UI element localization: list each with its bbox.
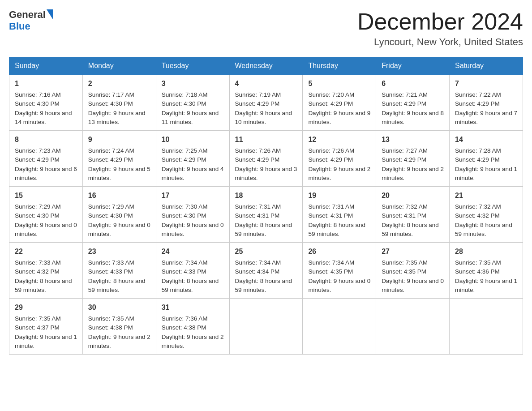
table-row: 17Sunrise: 7:30 AMSunset: 4:30 PMDayligh… [156,187,229,243]
sunset-text: Sunset: 4:30 PM [162,211,224,220]
daylight-text: Daylight: 8 hours and 59 minutes. [235,221,297,239]
table-row: 12Sunrise: 7:26 AMSunset: 4:29 PMDayligh… [303,131,376,187]
calendar-week-4: 22Sunrise: 7:33 AMSunset: 4:32 PMDayligh… [9,243,523,299]
day-number: 29 [15,302,77,313]
day-number: 26 [308,246,370,257]
table-row: 11Sunrise: 7:26 AMSunset: 4:29 PMDayligh… [229,131,303,187]
table-row: 27Sunrise: 7:35 AMSunset: 4:35 PMDayligh… [376,243,450,299]
daylight-text: Daylight: 9 hours and 6 minutes. [15,165,77,183]
day-number: 21 [455,190,517,201]
table-row: 18Sunrise: 7:31 AMSunset: 4:31 PMDayligh… [229,187,303,243]
sunset-text: Sunset: 4:29 PM [88,155,150,164]
sunset-text: Sunset: 4:38 PM [162,323,224,332]
day-of-week-thursday: Thursday [303,57,376,75]
sunset-text: Sunset: 4:30 PM [88,99,150,108]
table-row: 10Sunrise: 7:25 AMSunset: 4:29 PMDayligh… [156,131,229,187]
sunset-text: Sunset: 4:30 PM [15,211,77,220]
day-number: 9 [88,134,150,145]
table-row: 13Sunrise: 7:27 AMSunset: 4:29 PMDayligh… [376,131,450,187]
day-number: 1 [15,78,77,89]
daylight-text: Daylight: 9 hours and 14 minutes. [15,109,77,127]
sunrise-text: Sunrise: 7:21 AM [382,90,444,99]
sunrise-text: Sunrise: 7:35 AM [455,258,517,267]
table-row [303,299,376,355]
sunrise-text: Sunrise: 7:29 AM [15,202,77,211]
sunrise-text: Sunrise: 7:22 AM [455,90,517,99]
sunset-text: Sunset: 4:38 PM [88,323,150,332]
sunrise-text: Sunrise: 7:34 AM [235,258,297,267]
days-of-week-row: SundayMondayTuesdayWednesdayThursdayFrid… [9,57,523,75]
day-number: 27 [382,246,444,257]
sunrise-text: Sunrise: 7:26 AM [235,146,297,155]
sunrise-text: Sunrise: 7:34 AM [308,258,370,267]
sunset-text: Sunset: 4:29 PM [308,155,370,164]
daylight-text: Daylight: 9 hours and 0 minutes. [162,221,224,239]
day-number: 11 [235,134,297,145]
table-row: 25Sunrise: 7:34 AMSunset: 4:34 PMDayligh… [229,243,303,299]
day-number: 6 [382,78,444,89]
daylight-text: Daylight: 9 hours and 13 minutes. [88,109,150,127]
day-number: 10 [162,134,224,145]
sunrise-text: Sunrise: 7:31 AM [308,202,370,211]
sunset-text: Sunset: 4:30 PM [15,99,77,108]
sunset-text: Sunset: 4:34 PM [235,267,297,276]
sunrise-text: Sunrise: 7:17 AM [88,90,150,99]
daylight-text: Daylight: 9 hours and 3 minutes. [235,165,297,183]
sunset-text: Sunset: 4:29 PM [382,155,444,164]
table-row: 3Sunrise: 7:18 AMSunset: 4:30 PMDaylight… [156,75,229,131]
table-row: 8Sunrise: 7:23 AMSunset: 4:29 PMDaylight… [9,131,83,187]
day-of-week-monday: Monday [82,57,156,75]
logo: General Blue [9,9,53,32]
logo-triangle-icon [47,9,53,19]
daylight-text: Daylight: 9 hours and 0 minutes. [88,221,150,239]
day-number: 19 [308,190,370,201]
sunrise-text: Sunrise: 7:27 AM [382,146,444,155]
day-number: 25 [235,246,297,257]
sunrise-text: Sunrise: 7:26 AM [308,146,370,155]
daylight-text: Daylight: 8 hours and 59 minutes. [455,221,517,239]
table-row: 21Sunrise: 7:32 AMSunset: 4:32 PMDayligh… [450,187,523,243]
table-row: 14Sunrise: 7:28 AMSunset: 4:29 PMDayligh… [450,131,523,187]
sunset-text: Sunset: 4:29 PM [455,99,517,108]
sunrise-text: Sunrise: 7:20 AM [308,90,370,99]
daylight-text: Daylight: 9 hours and 2 minutes. [88,333,150,351]
daylight-text: Daylight: 9 hours and 1 minute. [455,277,517,295]
sunset-text: Sunset: 4:29 PM [15,155,77,164]
sunset-text: Sunset: 4:31 PM [235,211,297,220]
sunrise-text: Sunrise: 7:23 AM [15,146,77,155]
table-row: 24Sunrise: 7:34 AMSunset: 4:33 PMDayligh… [156,243,229,299]
table-row: 23Sunrise: 7:33 AMSunset: 4:33 PMDayligh… [82,243,156,299]
sunset-text: Sunset: 4:30 PM [162,99,224,108]
sunset-text: Sunset: 4:32 PM [15,267,77,276]
table-row: 1Sunrise: 7:16 AMSunset: 4:30 PMDaylight… [9,75,83,131]
table-row: 30Sunrise: 7:35 AMSunset: 4:38 PMDayligh… [82,299,156,355]
day-of-week-sunday: Sunday [9,57,83,75]
daylight-text: Daylight: 9 hours and 1 minute. [455,165,517,183]
sunset-text: Sunset: 4:29 PM [235,99,297,108]
daylight-text: Daylight: 9 hours and 2 minutes. [308,165,370,183]
sunset-text: Sunset: 4:30 PM [88,211,150,220]
day-number: 13 [382,134,444,145]
table-row: 15Sunrise: 7:29 AMSunset: 4:30 PMDayligh… [9,187,83,243]
day-number: 5 [308,78,370,89]
sunset-text: Sunset: 4:33 PM [88,267,150,276]
table-row: 4Sunrise: 7:19 AMSunset: 4:29 PMDaylight… [229,75,303,131]
day-number: 22 [15,246,77,257]
day-number: 31 [162,302,224,313]
calendar-week-5: 29Sunrise: 7:35 AMSunset: 4:37 PMDayligh… [9,299,523,355]
sunset-text: Sunset: 4:29 PM [235,155,297,164]
sunset-text: Sunset: 4:36 PM [455,267,517,276]
sunrise-text: Sunrise: 7:16 AM [15,90,77,99]
sunset-text: Sunset: 4:32 PM [455,211,517,220]
daylight-text: Daylight: 9 hours and 0 minutes. [308,277,370,295]
day-number: 17 [162,190,224,201]
day-number: 30 [88,302,150,313]
day-of-week-tuesday: Tuesday [156,57,229,75]
sunrise-text: Sunrise: 7:35 AM [382,258,444,267]
sunrise-text: Sunrise: 7:33 AM [88,258,150,267]
daylight-text: Daylight: 9 hours and 2 minutes. [382,165,444,183]
day-number: 28 [455,246,517,257]
sunrise-text: Sunrise: 7:35 AM [88,314,150,323]
sunrise-text: Sunrise: 7:32 AM [455,202,517,211]
table-row: 29Sunrise: 7:35 AMSunset: 4:37 PMDayligh… [9,299,83,355]
